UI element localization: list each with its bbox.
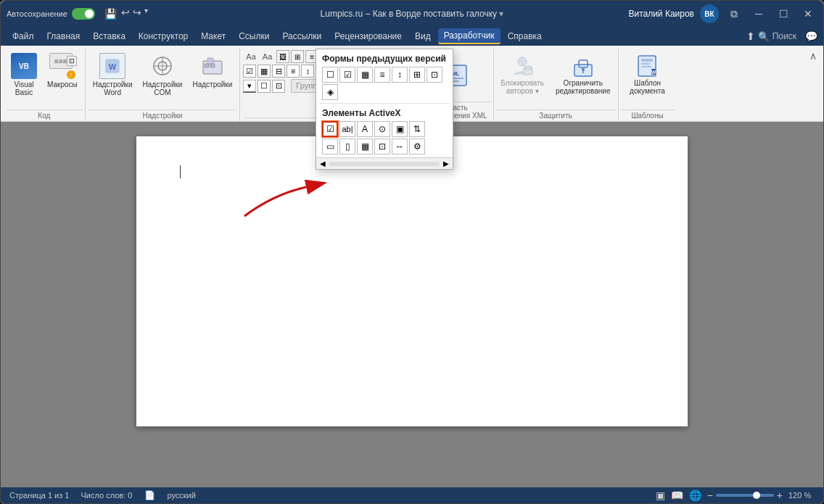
menu-insert[interactable]: Вставка xyxy=(87,29,131,44)
picture-insert-btn[interactable]: 🖼 xyxy=(276,50,289,63)
quick-access-dropdown[interactable]: ▾ xyxy=(144,7,148,21)
view-normal-icon[interactable]: ▣ xyxy=(656,489,665,501)
zoom-slider[interactable]: − + xyxy=(707,489,783,501)
list2-btn[interactable]: ≡ xyxy=(287,65,300,78)
activex-item-2[interactable]: ab| xyxy=(339,121,355,137)
svg-point-14 xyxy=(518,57,527,66)
menu-design[interactable]: Конструктор xyxy=(133,29,194,44)
macros-btn[interactable]: ≡≡≡ ⊡ ! Макросы xyxy=(43,50,82,91)
group-templates-content: W Шаблондокумента xyxy=(622,50,674,108)
menu-references[interactable]: Ссылки xyxy=(233,29,275,44)
menu-mailings[interactable]: Рассылки xyxy=(276,29,327,44)
ribbon-collapse-btn[interactable]: ∧ xyxy=(806,49,820,63)
zoom-plus[interactable]: + xyxy=(777,489,783,501)
activex-item-10[interactable]: ⊡ xyxy=(374,139,390,154)
ribbon: VB VisualBasic ≡≡≡ ⊡ ! Макросы Код xyxy=(1,46,823,122)
activex-item-5[interactable]: ▣ xyxy=(392,121,408,137)
btn3-1[interactable]: ☐ xyxy=(258,80,271,93)
activex-item-8[interactable]: ▯ xyxy=(339,139,355,154)
table2-btn[interactable]: ▦ xyxy=(258,65,271,78)
language: русский xyxy=(167,491,195,500)
menu-help[interactable]: Справка xyxy=(502,29,548,44)
form-item-6[interactable]: ⊞ xyxy=(409,67,425,83)
user-initials: ВК xyxy=(704,10,714,18)
form-item-7[interactable]: ⊡ xyxy=(427,67,442,83)
btn3-2[interactable]: ⊡ xyxy=(272,80,285,93)
activex-item-7[interactable]: ▭ xyxy=(322,139,338,154)
redo-icon[interactable]: ↪ xyxy=(133,7,141,21)
addins-com-btn[interactable]: НадстройкиCOM xyxy=(139,50,187,99)
activex-item-4[interactable]: ⊙ xyxy=(374,121,390,137)
share-icon[interactable]: ⬆ xyxy=(746,30,755,42)
activex-checkbox-btn[interactable]: ☑ xyxy=(322,121,338,137)
menu-home[interactable]: Главная xyxy=(41,29,86,44)
menu-layout[interactable]: Макет xyxy=(195,29,231,44)
save-icon[interactable]: 💾 xyxy=(104,7,118,21)
dropdown-scrollbar: ◀ ▶ xyxy=(316,157,453,169)
font-size-small[interactable]: Aa xyxy=(243,51,258,62)
titlebar-left: Автосохранение 💾 ↩ ↪ ▾ xyxy=(7,7,210,21)
undo-icon[interactable]: ↩ xyxy=(121,7,130,21)
dropdown-trigger-btn[interactable]: ▾ xyxy=(243,80,256,93)
search-icon[interactable]: 🔍 xyxy=(758,31,770,42)
activex-item-3[interactable]: A xyxy=(357,121,373,137)
search-area: ⬆ 🔍 Поиск 💬 xyxy=(746,30,817,42)
titlebar: Автосохранение 💾 ↩ ↪ ▾ Lumpics.ru – Как … xyxy=(1,1,823,27)
zoom-track[interactable] xyxy=(716,494,774,497)
visual-basic-btn[interactable]: VB VisualBasic xyxy=(7,50,41,99)
zoom-minus[interactable]: − xyxy=(707,489,713,501)
svg-rect-22 xyxy=(641,59,653,62)
form-item-4[interactable]: ≡ xyxy=(374,67,390,83)
comment-icon[interactable]: 💬 xyxy=(805,30,817,42)
addins-extra-icon xyxy=(199,53,226,79)
warning-badge: ! xyxy=(67,70,75,79)
table-btn[interactable]: ⊞ xyxy=(291,50,304,63)
block-authors-btn[interactable]: Блокироватьавторов ▾ xyxy=(497,50,548,98)
combo-btn[interactable]: ⊟ xyxy=(272,65,285,78)
template-label: Шаблондокумента xyxy=(630,79,665,95)
menu-view[interactable]: Вид xyxy=(409,29,437,44)
title-text: Lumpics.ru – Как в Ворде поставить галоч… xyxy=(321,9,497,19)
search-label[interactable]: Поиск xyxy=(772,31,796,41)
ribbon-group-templates: W Шаблондокумента Шаблоны xyxy=(619,49,677,121)
view-web-icon[interactable]: 🌐 xyxy=(689,489,701,501)
scroll-btn[interactable]: ↕ xyxy=(301,65,314,78)
restore-btn[interactable]: ⧉ xyxy=(725,4,743,23)
scroll-right-btn[interactable]: ▶ xyxy=(441,159,451,169)
doc-check-icon[interactable]: 📄 xyxy=(144,489,155,501)
form-item-3[interactable]: ▦ xyxy=(357,67,373,83)
form-item-1[interactable]: ☐ xyxy=(322,67,338,83)
form-item-8[interactable]: ◈ xyxy=(322,84,338,100)
addins-word-btn[interactable]: W НадстройкиWord xyxy=(88,50,137,99)
forms-dropdown: Формы предыдущих версий ☐ ☑ ▦ ≡ ↕ ⊞ ⊡ ◈ … xyxy=(316,49,453,170)
menu-developer[interactable]: Разработчик xyxy=(438,28,500,44)
view-read-icon[interactable]: 📖 xyxy=(671,489,683,501)
menu-review[interactable]: Рецензирование xyxy=(329,29,408,44)
template-btn[interactable]: W Шаблондокумента xyxy=(625,50,670,98)
autosave-toggle[interactable] xyxy=(72,8,95,20)
activex-item-6[interactable]: ⇅ xyxy=(409,121,425,137)
minimize-btn[interactable]: ─ xyxy=(749,4,768,23)
template-icon: W xyxy=(634,53,660,79)
group-code-content: VB VisualBasic ≡≡≡ ⊡ ! Макросы xyxy=(7,50,82,108)
scroll-left-btn[interactable]: ◀ xyxy=(318,159,328,169)
activex-item-11[interactable]: ↔ xyxy=(392,139,408,154)
font-size-large[interactable]: Aa xyxy=(260,51,275,62)
checkbox-btn[interactable]: ☑ xyxy=(243,65,256,78)
ribbon-group-protect: Блокироватьавторов ▾ Ограничитьредактиро… xyxy=(494,49,619,121)
activex-item-12[interactable]: ⚙ xyxy=(409,139,425,154)
addins-word-label: НадстройкиWord xyxy=(93,80,133,96)
word-window: Автосохранение 💾 ↩ ↪ ▾ Lumpics.ru – Как … xyxy=(0,0,824,504)
maximize-btn[interactable]: ☐ xyxy=(774,4,793,23)
activex-item-9[interactable]: ▦ xyxy=(357,139,373,154)
user-avatar[interactable]: ВК xyxy=(700,4,719,23)
document-page[interactable] xyxy=(136,136,688,426)
addins-extra-btn[interactable]: Надстройки xyxy=(188,50,236,91)
restrict-edit-btn[interactable]: Ограничитьредактирование xyxy=(551,50,615,98)
close-btn[interactable]: ✕ xyxy=(799,4,817,23)
menu-file[interactable]: Файл xyxy=(7,29,40,44)
page-info: Страница 1 из 1 xyxy=(9,491,69,500)
activex-row2: ▭ ▯ ▦ ⊡ ↔ ⚙ xyxy=(322,139,447,154)
form-item-5[interactable]: ↕ xyxy=(392,67,408,83)
form-item-2[interactable]: ☑ xyxy=(339,67,355,83)
